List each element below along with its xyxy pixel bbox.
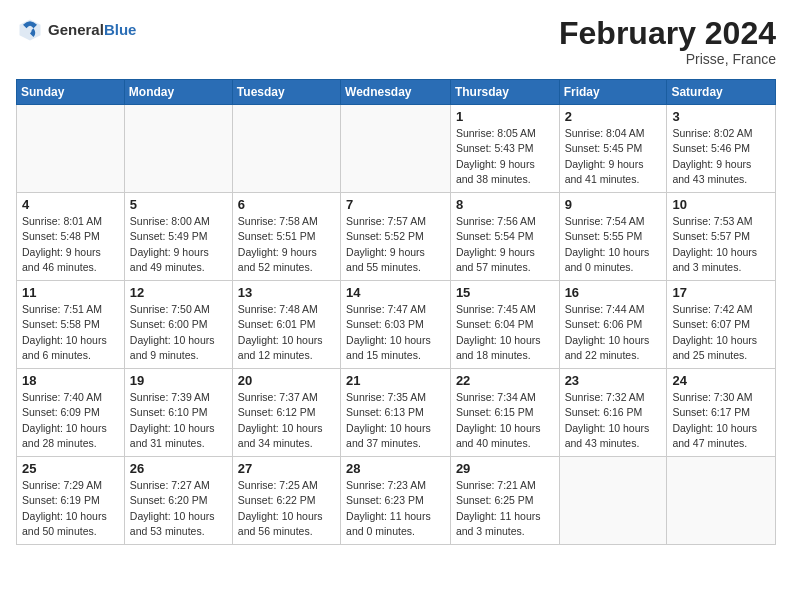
logo-blue: Blue <box>104 21 137 38</box>
day-number: 7 <box>346 197 445 212</box>
day-number: 24 <box>672 373 770 388</box>
calendar-cell: 9Sunrise: 7:54 AM Sunset: 5:55 PM Daylig… <box>559 193 667 281</box>
logo-general: General <box>48 21 104 38</box>
day-info: Sunrise: 7:51 AM Sunset: 5:58 PM Dayligh… <box>22 302 119 363</box>
day-number: 25 <box>22 461 119 476</box>
calendar-cell: 12Sunrise: 7:50 AM Sunset: 6:00 PM Dayli… <box>124 281 232 369</box>
day-number: 21 <box>346 373 445 388</box>
col-friday: Friday <box>559 80 667 105</box>
day-info: Sunrise: 7:37 AM Sunset: 6:12 PM Dayligh… <box>238 390 335 451</box>
day-info: Sunrise: 7:23 AM Sunset: 6:23 PM Dayligh… <box>346 478 445 539</box>
day-info: Sunrise: 7:21 AM Sunset: 6:25 PM Dayligh… <box>456 478 554 539</box>
calendar-cell: 25Sunrise: 7:29 AM Sunset: 6:19 PM Dayli… <box>17 457 125 545</box>
calendar-cell: 8Sunrise: 7:56 AM Sunset: 5:54 PM Daylig… <box>450 193 559 281</box>
calendar-cell: 16Sunrise: 7:44 AM Sunset: 6:06 PM Dayli… <box>559 281 667 369</box>
day-number: 13 <box>238 285 335 300</box>
calendar-cell: 5Sunrise: 8:00 AM Sunset: 5:49 PM Daylig… <box>124 193 232 281</box>
col-wednesday: Wednesday <box>341 80 451 105</box>
week-row-5: 25Sunrise: 7:29 AM Sunset: 6:19 PM Dayli… <box>17 457 776 545</box>
day-info: Sunrise: 7:32 AM Sunset: 6:16 PM Dayligh… <box>565 390 662 451</box>
day-info: Sunrise: 7:44 AM Sunset: 6:06 PM Dayligh… <box>565 302 662 363</box>
day-number: 1 <box>456 109 554 124</box>
calendar-cell: 28Sunrise: 7:23 AM Sunset: 6:23 PM Dayli… <box>341 457 451 545</box>
calendar-cell: 24Sunrise: 7:30 AM Sunset: 6:17 PM Dayli… <box>667 369 776 457</box>
logo-text: GeneralBlue <box>48 21 136 39</box>
day-number: 20 <box>238 373 335 388</box>
page: GeneralBlue February 2024 Prisse, France… <box>0 0 792 555</box>
calendar-cell: 7Sunrise: 7:57 AM Sunset: 5:52 PM Daylig… <box>341 193 451 281</box>
day-number: 14 <box>346 285 445 300</box>
calendar-cell: 20Sunrise: 7:37 AM Sunset: 6:12 PM Dayli… <box>232 369 340 457</box>
calendar-cell: 15Sunrise: 7:45 AM Sunset: 6:04 PM Dayli… <box>450 281 559 369</box>
calendar-cell <box>667 457 776 545</box>
calendar-cell: 26Sunrise: 7:27 AM Sunset: 6:20 PM Dayli… <box>124 457 232 545</box>
day-info: Sunrise: 7:27 AM Sunset: 6:20 PM Dayligh… <box>130 478 227 539</box>
day-info: Sunrise: 7:58 AM Sunset: 5:51 PM Dayligh… <box>238 214 335 275</box>
day-number: 3 <box>672 109 770 124</box>
day-number: 15 <box>456 285 554 300</box>
day-info: Sunrise: 7:30 AM Sunset: 6:17 PM Dayligh… <box>672 390 770 451</box>
day-number: 28 <box>346 461 445 476</box>
day-info: Sunrise: 7:45 AM Sunset: 6:04 PM Dayligh… <box>456 302 554 363</box>
day-number: 23 <box>565 373 662 388</box>
calendar-cell: 13Sunrise: 7:48 AM Sunset: 6:01 PM Dayli… <box>232 281 340 369</box>
calendar-cell: 10Sunrise: 7:53 AM Sunset: 5:57 PM Dayli… <box>667 193 776 281</box>
day-info: Sunrise: 7:29 AM Sunset: 6:19 PM Dayligh… <box>22 478 119 539</box>
calendar-cell: 18Sunrise: 7:40 AM Sunset: 6:09 PM Dayli… <box>17 369 125 457</box>
calendar-cell: 22Sunrise: 7:34 AM Sunset: 6:15 PM Dayli… <box>450 369 559 457</box>
calendar-cell <box>559 457 667 545</box>
title-block: February 2024 Prisse, France <box>559 16 776 67</box>
calendar-cell: 23Sunrise: 7:32 AM Sunset: 6:16 PM Dayli… <box>559 369 667 457</box>
day-number: 16 <box>565 285 662 300</box>
col-tuesday: Tuesday <box>232 80 340 105</box>
day-number: 11 <box>22 285 119 300</box>
location-subtitle: Prisse, France <box>559 51 776 67</box>
calendar-cell <box>17 105 125 193</box>
calendar-cell: 27Sunrise: 7:25 AM Sunset: 6:22 PM Dayli… <box>232 457 340 545</box>
day-number: 19 <box>130 373 227 388</box>
day-info: Sunrise: 7:42 AM Sunset: 6:07 PM Dayligh… <box>672 302 770 363</box>
day-number: 4 <box>22 197 119 212</box>
day-number: 26 <box>130 461 227 476</box>
day-info: Sunrise: 7:25 AM Sunset: 6:22 PM Dayligh… <box>238 478 335 539</box>
day-number: 22 <box>456 373 554 388</box>
day-info: Sunrise: 8:02 AM Sunset: 5:46 PM Dayligh… <box>672 126 770 187</box>
day-info: Sunrise: 7:47 AM Sunset: 6:03 PM Dayligh… <box>346 302 445 363</box>
day-info: Sunrise: 8:04 AM Sunset: 5:45 PM Dayligh… <box>565 126 662 187</box>
day-number: 12 <box>130 285 227 300</box>
calendar-cell: 3Sunrise: 8:02 AM Sunset: 5:46 PM Daylig… <box>667 105 776 193</box>
day-info: Sunrise: 7:40 AM Sunset: 6:09 PM Dayligh… <box>22 390 119 451</box>
day-info: Sunrise: 7:56 AM Sunset: 5:54 PM Dayligh… <box>456 214 554 275</box>
day-number: 8 <box>456 197 554 212</box>
logo-icon <box>16 16 44 44</box>
col-saturday: Saturday <box>667 80 776 105</box>
calendar-cell <box>341 105 451 193</box>
day-info: Sunrise: 7:53 AM Sunset: 5:57 PM Dayligh… <box>672 214 770 275</box>
day-number: 18 <box>22 373 119 388</box>
day-number: 9 <box>565 197 662 212</box>
day-info: Sunrise: 8:01 AM Sunset: 5:48 PM Dayligh… <box>22 214 119 275</box>
col-monday: Monday <box>124 80 232 105</box>
calendar-cell: 17Sunrise: 7:42 AM Sunset: 6:07 PM Dayli… <box>667 281 776 369</box>
day-number: 2 <box>565 109 662 124</box>
calendar-cell: 6Sunrise: 7:58 AM Sunset: 5:51 PM Daylig… <box>232 193 340 281</box>
day-info: Sunrise: 7:34 AM Sunset: 6:15 PM Dayligh… <box>456 390 554 451</box>
day-info: Sunrise: 8:00 AM Sunset: 5:49 PM Dayligh… <box>130 214 227 275</box>
calendar-cell: 19Sunrise: 7:39 AM Sunset: 6:10 PM Dayli… <box>124 369 232 457</box>
month-title: February 2024 <box>559 16 776 51</box>
calendar-cell: 14Sunrise: 7:47 AM Sunset: 6:03 PM Dayli… <box>341 281 451 369</box>
day-number: 29 <box>456 461 554 476</box>
day-number: 10 <box>672 197 770 212</box>
day-number: 17 <box>672 285 770 300</box>
calendar-cell: 2Sunrise: 8:04 AM Sunset: 5:45 PM Daylig… <box>559 105 667 193</box>
logo: GeneralBlue <box>16 16 136 44</box>
day-number: 5 <box>130 197 227 212</box>
calendar-cell: 11Sunrise: 7:51 AM Sunset: 5:58 PM Dayli… <box>17 281 125 369</box>
day-info: Sunrise: 7:54 AM Sunset: 5:55 PM Dayligh… <box>565 214 662 275</box>
day-number: 6 <box>238 197 335 212</box>
calendar-header-row: Sunday Monday Tuesday Wednesday Thursday… <box>17 80 776 105</box>
calendar-cell: 29Sunrise: 7:21 AM Sunset: 6:25 PM Dayli… <box>450 457 559 545</box>
calendar-cell: 21Sunrise: 7:35 AM Sunset: 6:13 PM Dayli… <box>341 369 451 457</box>
day-info: Sunrise: 7:35 AM Sunset: 6:13 PM Dayligh… <box>346 390 445 451</box>
calendar-cell: 4Sunrise: 8:01 AM Sunset: 5:48 PM Daylig… <box>17 193 125 281</box>
